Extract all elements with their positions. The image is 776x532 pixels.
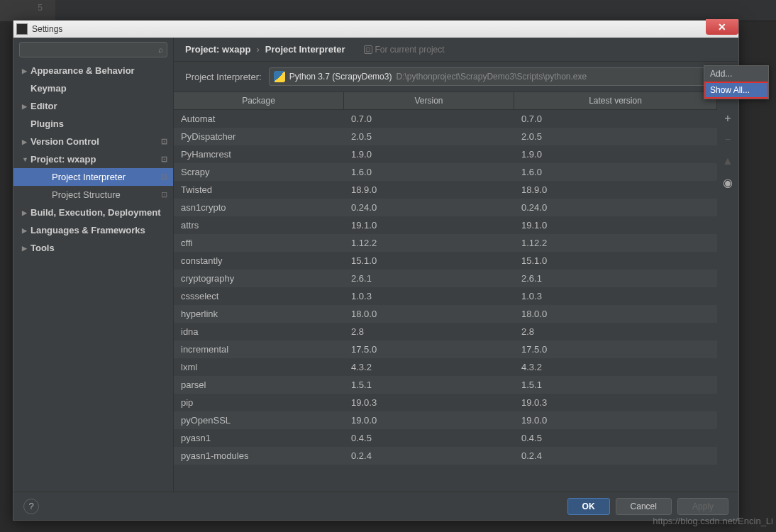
remove-package-button[interactable]: − — [721, 133, 735, 147]
gear-icon: ⊡ — [161, 137, 167, 146]
cell-version: 0.2.4 — [344, 447, 514, 465]
sidebar-item[interactable]: ▶Editor — [13, 97, 173, 115]
sidebar-item[interactable]: ▶Appearance & Behavior — [13, 62, 173, 79]
gear-icon: ⊡ — [161, 190, 167, 199]
cell-latest: 15.1.0 — [514, 252, 717, 270]
sidebar-item-label: Appearance & Behavior — [31, 65, 135, 76]
table-row[interactable]: Scrapy1.6.01.6.0 — [174, 163, 717, 181]
table-row[interactable]: pip19.0.319.0.3 — [174, 394, 717, 411]
cell-version: 2.8 — [344, 323, 514, 340]
window-title: Settings — [32, 24, 62, 34]
sidebar-item-label: Build, Execution, Deployment — [31, 207, 160, 218]
sidebar-item[interactable]: ▶Version Control⊡ — [13, 133, 173, 150]
sidebar-item-label: Languages & Frameworks — [31, 225, 145, 235]
table-row[interactable]: incremental17.5.017.5.0 — [174, 340, 717, 358]
arrow-icon: ▶ — [22, 67, 31, 74]
table-row[interactable]: hyperlink18.0.018.0.0 — [174, 305, 717, 323]
cell-version: 0.4.5 — [344, 429, 514, 447]
cell-package: cssselect — [174, 287, 344, 305]
cancel-button[interactable]: Cancel — [616, 498, 672, 515]
ok-button[interactable]: OK — [567, 498, 610, 515]
sidebar-item[interactable]: Project Structure⊡ — [13, 186, 173, 204]
sidebar-item[interactable]: ▶Build, Execution, Deployment — [13, 204, 173, 221]
cell-latest: 2.8 — [514, 323, 717, 340]
table-header: Package Version Latest version — [174, 92, 717, 110]
table-row[interactable]: cryptography2.6.12.6.1 — [174, 270, 717, 287]
show-early-releases-button[interactable]: ◉ — [721, 175, 735, 189]
watermark: https://blog.csdn.net/Encin_Li — [653, 516, 773, 526]
cell-version: 1.12.2 — [344, 234, 514, 252]
cell-package: pyasn1 — [174, 429, 344, 447]
arrow-icon: ▶ — [22, 209, 31, 216]
cell-latest: 0.24.0 — [514, 199, 717, 216]
cell-package: Twisted — [174, 181, 344, 199]
col-latest[interactable]: Latest version — [514, 92, 717, 109]
cell-version: 18.0.0 — [344, 305, 514, 323]
table-row[interactable]: pyOpenSSL19.0.019.0.0 — [174, 411, 717, 429]
sidebar: ⌕ ▶Appearance & BehaviorKeymap▶EditorPlu… — [13, 38, 174, 492]
upgrade-package-button[interactable]: ▲ — [721, 154, 735, 168]
add-package-button[interactable]: + — [721, 111, 735, 126]
table-row[interactable]: PyHamcrest1.9.01.9.0 — [174, 145, 717, 163]
cell-version: 2.6.1 — [344, 270, 514, 287]
cell-package: pyasn1-modules — [174, 447, 344, 465]
popup-add[interactable]: Add... — [704, 66, 768, 82]
close-button[interactable]: ✕ — [706, 19, 738, 35]
sidebar-item[interactable]: Project Interpreter⊡ — [13, 168, 173, 186]
cell-package: cffi — [174, 234, 344, 252]
table-row[interactable]: Twisted18.9.018.9.0 — [174, 181, 717, 199]
crumb-sep: › — [256, 44, 259, 55]
table-row[interactable]: attrs19.1.019.1.0 — [174, 216, 717, 234]
breadcrumb: Project: wxapp › Project Interpreter ⊡ F… — [174, 38, 738, 62]
sidebar-item[interactable]: Keymap — [13, 79, 173, 97]
sidebar-item[interactable]: Plugins — [13, 115, 173, 133]
cell-version: 19.0.3 — [344, 394, 514, 411]
col-package[interactable]: Package — [174, 92, 344, 109]
table-row[interactable]: pyasn10.4.50.4.5 — [174, 429, 717, 447]
interpreter-label: Project Interpreter: — [185, 72, 262, 82]
table-row[interactable]: Automat0.7.00.7.0 — [174, 110, 717, 128]
cell-version: 1.5.1 — [344, 376, 514, 394]
table-row[interactable]: idna2.82.8 — [174, 323, 717, 340]
gear-icon: ⊡ — [161, 172, 167, 182]
search-icon: ⌕ — [158, 45, 163, 55]
sidebar-item[interactable]: ▶Tools — [13, 239, 173, 257]
search-input[interactable] — [19, 42, 167, 57]
dialog-footer: ? OK Cancel Apply — [13, 492, 738, 520]
interpreter-name: Python 3.7 (ScrapyDemo3) — [289, 72, 392, 82]
interpreter-path: D:\pythonproject\ScrapyDemo3\Scripts\pyt… — [396, 72, 587, 82]
cell-package: idna — [174, 323, 344, 340]
table-row[interactable]: lxml4.3.24.3.2 — [174, 358, 717, 376]
crumb-project: Project: wxapp — [185, 44, 250, 55]
sidebar-item[interactable]: ▼Project: wxapp⊡ — [13, 150, 173, 168]
cell-version: 18.9.0 — [344, 181, 514, 199]
sidebar-item-label: Keymap — [31, 83, 67, 94]
project-scope-icon: ⊡ — [364, 45, 372, 54]
sidebar-item-label: Editor — [31, 101, 57, 111]
table-row[interactable]: constantly15.1.015.1.0 — [174, 252, 717, 270]
table-row[interactable]: asn1crypto0.24.00.24.0 — [174, 199, 717, 216]
popup-show-all[interactable]: Show All... — [704, 82, 768, 99]
cell-package: asn1crypto — [174, 199, 344, 216]
gear-icon: ⊡ — [161, 155, 167, 164]
table-row[interactable]: pyasn1-modules0.2.40.2.4 — [174, 447, 717, 465]
cell-package: PyHamcrest — [174, 145, 344, 163]
close-icon: ✕ — [718, 21, 726, 33]
help-button[interactable]: ? — [23, 499, 39, 514]
cell-version: 19.1.0 — [344, 216, 514, 234]
cell-version: 2.0.5 — [344, 128, 514, 145]
sidebar-item[interactable]: ▶Languages & Frameworks — [13, 221, 173, 239]
table-row[interactable]: parsel1.5.11.5.1 — [174, 376, 717, 394]
cell-version: 1.9.0 — [344, 145, 514, 163]
interpreter-combo[interactable]: Python 3.7 (ScrapyDemo3) D:\pythonprojec… — [269, 67, 727, 86]
cell-package: pyOpenSSL — [174, 411, 344, 429]
table-row[interactable]: PyDispatcher2.0.52.0.5 — [174, 128, 717, 145]
settings-dialog: Settings ✕ ⌕ ▶Appearance & BehaviorKeyma… — [13, 20, 739, 521]
table-row[interactable]: cffi1.12.21.12.2 — [174, 234, 717, 252]
sidebar-item-label: Project Interpreter — [52, 172, 126, 182]
sidebar-item-label: Version Control — [31, 136, 99, 147]
cell-version: 19.0.0 — [344, 411, 514, 429]
apply-button[interactable]: Apply — [677, 498, 728, 515]
table-row[interactable]: cssselect1.0.31.0.3 — [174, 287, 717, 305]
col-version[interactable]: Version — [344, 92, 514, 109]
